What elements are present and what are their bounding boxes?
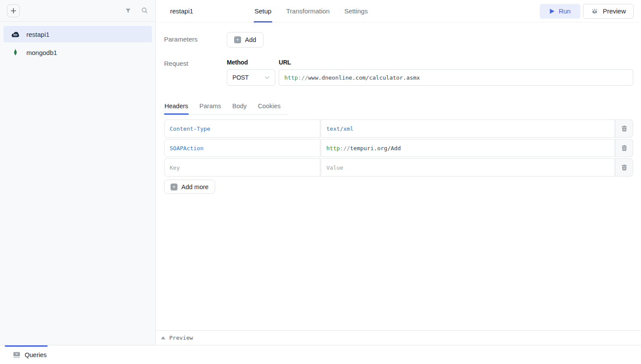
search-button[interactable] — [141, 7, 148, 14]
method-select[interactable]: POST — [227, 69, 275, 86]
url-scheme: http — [284, 74, 298, 81]
header-row: SOAPAction http://tempuri.org/Add — [164, 139, 633, 157]
tab-settings[interactable]: Settings — [344, 0, 369, 23]
sidebar-item-restapi1[interactable]: REST restapi1 — [3, 26, 152, 42]
value-placeholder: Value — [326, 164, 343, 171]
method-field: Method POST — [227, 59, 275, 86]
header-key-text: Content-Type — [170, 126, 210, 132]
request-label: Request — [164, 59, 227, 67]
sidebar: REST restapi1 mongodb1 — [0, 0, 156, 345]
bottom-bar: Queries — [0, 345, 641, 364]
trash-icon — [621, 145, 628, 151]
header-value-input[interactable]: text/xml — [321, 119, 615, 138]
headers-table: Content-Type text/xml SOAPAction — [164, 119, 633, 177]
plus-icon — [10, 8, 16, 14]
queries-tab[interactable]: Queries — [13, 351, 47, 358]
key-placeholder: Key — [170, 164, 180, 171]
header-row-empty: Key Value — [164, 158, 633, 177]
value-scheme: http — [326, 145, 340, 151]
header-value-input[interactable]: http://tempuri.org/Add — [321, 139, 615, 157]
preview-button[interactable]: Preview — [583, 4, 634, 19]
tab-transformation[interactable]: Transformation — [285, 0, 330, 23]
active-bottom-tab-indicator — [5, 345, 48, 347]
header-key-input[interactable]: Content-Type — [164, 119, 320, 138]
request-section: Request Method POST URL http://www.dneon… — [164, 59, 633, 86]
tab-body[interactable]: Body — [232, 99, 247, 114]
query-list: REST restapi1 mongodb1 — [0, 22, 155, 65]
parameters-label: Parameters — [164, 32, 227, 43]
header-value-input[interactable]: Value — [321, 158, 615, 177]
play-icon — [549, 8, 555, 14]
queries-panel-icon — [13, 351, 20, 358]
tab-params[interactable]: Params — [199, 99, 222, 114]
svg-text:REST: REST — [13, 34, 17, 36]
response-preview-toggle[interactable]: Preview — [156, 330, 641, 345]
url-path: www.dneonline.com/calculator.asmx — [308, 74, 420, 81]
search-icon — [141, 7, 148, 14]
mongodb-leaf-icon — [10, 48, 20, 57]
setup-content: Parameters + Add Request Method POST — [156, 23, 641, 330]
preview-bar-label: Preview — [169, 335, 193, 341]
run-button[interactable]: Run — [540, 4, 580, 19]
filter-button[interactable] — [125, 7, 132, 14]
header-value-text: text/xml — [326, 126, 354, 132]
queries-tab-label: Queries — [25, 351, 47, 358]
add-more-label: Add more — [181, 184, 209, 190]
run-button-label: Run — [559, 7, 571, 15]
tab-headers[interactable]: Headers — [164, 99, 189, 114]
plus-square-icon: + — [234, 36, 241, 43]
header-key-text: SOAPAction — [170, 145, 203, 151]
add-more-button[interactable]: + Add more — [164, 180, 215, 194]
url-field: URL http://www.dneonline.com/calculator.… — [279, 59, 633, 86]
eye-icon — [591, 8, 599, 15]
sidebar-item-mongodb1[interactable]: mongodb1 — [3, 44, 152, 61]
add-parameter-label: Add — [245, 36, 256, 43]
sidebar-toolbar — [0, 0, 155, 22]
plus-square-icon: + — [171, 184, 177, 190]
header-key-input[interactable]: SOAPAction — [164, 139, 320, 157]
method-label: Method — [227, 59, 275, 66]
url-input[interactable]: http://www.dneonline.com/calculator.asmx — [279, 69, 633, 86]
header-key-input[interactable]: Key — [164, 158, 320, 177]
header-actions: Run Preview — [540, 4, 634, 19]
funnel-icon — [125, 7, 132, 14]
query-mode-tabs: Setup Transformation Settings — [254, 0, 369, 23]
url-label: URL — [279, 59, 633, 66]
chevron-down-icon — [264, 74, 271, 81]
new-query-button[interactable] — [7, 4, 20, 17]
delete-header-button[interactable] — [615, 119, 633, 138]
url-separator: :// — [298, 74, 308, 81]
collapse-up-icon — [161, 336, 165, 339]
rest-cloud-icon: REST — [10, 31, 20, 38]
query-title: restapi1 — [170, 7, 196, 15]
delete-header-button[interactable] — [615, 139, 633, 157]
preview-button-label: Preview — [603, 7, 626, 15]
tab-setup[interactable]: Setup — [254, 0, 272, 23]
method-value: POST — [232, 74, 248, 81]
header-row: Content-Type text/xml — [164, 119, 633, 138]
request-detail-tabs: Headers Params Body Cookies — [164, 99, 288, 115]
value-path: tempuri.org/Add — [350, 145, 401, 151]
tab-cookies[interactable]: Cookies — [258, 99, 281, 114]
trash-icon — [621, 125, 628, 132]
sidebar-item-label: restapi1 — [26, 31, 49, 38]
add-parameter-button[interactable]: + Add — [227, 32, 264, 48]
trash-icon — [621, 164, 628, 171]
query-header: restapi1 Setup Transformation Settings R… — [156, 0, 641, 23]
delete-header-button[interactable] — [615, 158, 633, 177]
main-panel: restapi1 Setup Transformation Settings R… — [156, 0, 641, 345]
value-separator: :// — [340, 145, 350, 151]
app-window: REST restapi1 mongodb1 restapi1 Setup — [0, 0, 641, 364]
parameters-section: Parameters + Add — [164, 32, 633, 48]
sidebar-item-label: mongodb1 — [26, 49, 57, 56]
